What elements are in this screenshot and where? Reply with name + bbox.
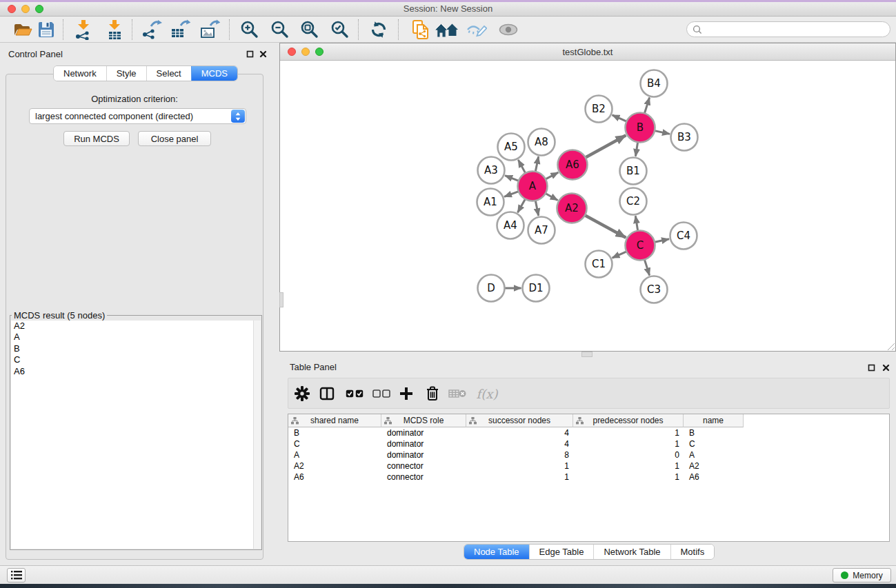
tab-mcds[interactable]: MCDS (191, 66, 237, 81)
control-panel-close-button[interactable] (258, 49, 268, 59)
mcds-result-item[interactable]: B (11, 343, 261, 354)
graph-edge-C-C1[interactable] (613, 252, 627, 258)
graph-node-c3[interactable]: C3 (641, 276, 668, 303)
save-session-button[interactable] (34, 18, 59, 41)
export-network-button[interactable] (139, 18, 164, 41)
deselect-all-button[interactable] (370, 383, 392, 405)
graph-edge-A-A2[interactable] (546, 194, 558, 201)
graph-node-a2[interactable]: A2 (557, 194, 587, 223)
search-field[interactable] (686, 21, 890, 37)
export-image-button[interactable] (197, 18, 222, 41)
table-row[interactable]: A6connector11A6 (288, 472, 889, 483)
graph-edge-B-B4[interactable] (644, 98, 649, 114)
network-canvas[interactable]: B4B2BB3A8A5A6A3B1AC2A1A2A4A7C4CC1DD1C3 (280, 61, 895, 351)
clone-network-button[interactable] (408, 18, 433, 41)
graph-edge-C-C2[interactable] (635, 216, 637, 231)
zoom-out-button[interactable] (268, 18, 292, 41)
tab-select[interactable]: Select (146, 66, 191, 81)
fit-content-button[interactable] (434, 18, 459, 41)
graph-node-c1[interactable]: C1 (586, 251, 613, 278)
graph-edge-B-B2[interactable] (613, 115, 627, 121)
network-minimize-button[interactable] (301, 48, 310, 56)
graph-edge-C-C4[interactable] (655, 239, 669, 243)
select-all-button[interactable] (344, 383, 366, 405)
graph-node-a7[interactable]: A7 (528, 217, 555, 244)
graph-node-d1[interactable]: D1 (523, 275, 550, 302)
graph-edge-A-A6[interactable] (546, 172, 558, 179)
open-session-button[interactable] (10, 18, 35, 41)
insert-column-button[interactable] (316, 383, 338, 405)
graph-node-a1[interactable]: A1 (477, 189, 504, 216)
delete-table-button[interactable] (446, 383, 468, 405)
mcds-result-item[interactable]: A (11, 332, 261, 343)
tab-network-table[interactable]: Network Table (593, 545, 670, 559)
graph-node-c[interactable]: C (626, 231, 655, 261)
column-header-successor-nodes[interactable]: successor nodes (466, 414, 573, 427)
criterion-dropdown[interactable]: largest connected component (directed) (29, 108, 246, 124)
network-close-button[interactable] (288, 48, 296, 56)
mcds-result-item[interactable]: A2 (11, 321, 261, 332)
control-panel-float-button[interactable] (245, 49, 255, 59)
column-header-predecessor-nodes[interactable]: predecessor nodes (573, 414, 684, 427)
table-row[interactable]: A2connector11A2 (288, 460, 889, 472)
graph-edge-A-A5[interactable] (518, 160, 525, 173)
add-row-button[interactable] (395, 383, 417, 405)
close-window-button[interactable] (8, 5, 16, 13)
graph-edge-A-A8[interactable] (535, 156, 538, 172)
graph-edge-B-B1[interactable] (635, 142, 637, 156)
graph-edge-A-A3[interactable] (505, 176, 519, 181)
column-header-mcds-role[interactable]: MCDS role (381, 414, 466, 427)
show-graphics-details-button[interactable] (496, 18, 521, 41)
minimize-window-button[interactable] (21, 5, 30, 13)
column-header-shared-name[interactable]: shared name (288, 414, 381, 427)
tab-network[interactable]: Network (54, 66, 106, 81)
graph-node-c4[interactable]: C4 (670, 223, 697, 250)
tab-node-table[interactable]: Node Table (464, 545, 529, 559)
network-zoom-button[interactable] (315, 48, 323, 56)
network-window-titlebar[interactable]: testGlobe.txt (280, 43, 895, 61)
table-panel-float-button[interactable] (866, 363, 877, 373)
graph-node-b2[interactable]: B2 (586, 96, 613, 123)
graph-node-a8[interactable]: A8 (528, 129, 555, 156)
zoom-fit-button[interactable] (297, 18, 322, 41)
mcds-result-item[interactable]: C (11, 354, 261, 365)
graph-node-c2[interactable]: C2 (620, 188, 647, 215)
graph-node-a3[interactable]: A3 (478, 157, 505, 184)
graph-edge-A-A1[interactable] (504, 192, 519, 197)
graph-node-d[interactable]: D (478, 275, 505, 302)
graph-edge-C-C3[interactable] (644, 260, 649, 276)
vertical-splitter-handle[interactable] (279, 292, 283, 307)
zoom-in-button[interactable] (237, 18, 262, 41)
graph-edge-A-A7[interactable] (535, 201, 538, 216)
table-row[interactable]: Adominator80A (288, 449, 889, 460)
graph-node-b3[interactable]: B3 (671, 124, 698, 151)
graph-node-a6[interactable]: A6 (558, 150, 588, 180)
graph-node-b[interactable]: B (626, 113, 655, 143)
export-table-button[interactable] (168, 18, 192, 41)
graph-node-a[interactable]: A (518, 172, 548, 201)
horizontal-splitter-handle[interactable] (581, 352, 593, 357)
tab-edge-table[interactable]: Edge Table (529, 545, 594, 559)
table-panel-close-button[interactable] (881, 363, 891, 373)
table-row[interactable]: Cdominator41C (288, 438, 889, 449)
function-builder-button[interactable]: f(x) (472, 383, 502, 405)
close-panel-button[interactable]: Close panel (138, 131, 211, 146)
graph-node-a5[interactable]: A5 (498, 134, 525, 161)
tab-motifs[interactable]: Motifs (670, 545, 715, 559)
table-settings-button[interactable] (291, 383, 313, 405)
run-mcds-button[interactable]: Run MCDS (63, 131, 130, 146)
graph-node-b1[interactable]: B1 (620, 158, 647, 185)
delete-row-button[interactable] (421, 383, 444, 405)
memory-button[interactable]: Memory (833, 568, 891, 582)
import-network-button[interactable] (71, 18, 96, 41)
network-graph[interactable]: B4B2BB3A8A5A6A3B1AC2A1A2A4A7C4CC1DD1C3 (280, 61, 895, 352)
graph-edge-A2-C[interactable] (585, 215, 626, 237)
graph-edge-A-A4[interactable] (518, 199, 526, 213)
zoom-selected-button[interactable] (328, 18, 352, 41)
task-history-button[interactable] (7, 568, 26, 582)
graph-node-b4[interactable]: B4 (641, 70, 668, 97)
result-scrollbar[interactable] (253, 321, 261, 549)
graph-edge-A6-B[interactable] (586, 135, 626, 157)
graph-node-a4[interactable]: A4 (497, 212, 524, 239)
mcds-result-item[interactable]: A6 (11, 366, 261, 377)
